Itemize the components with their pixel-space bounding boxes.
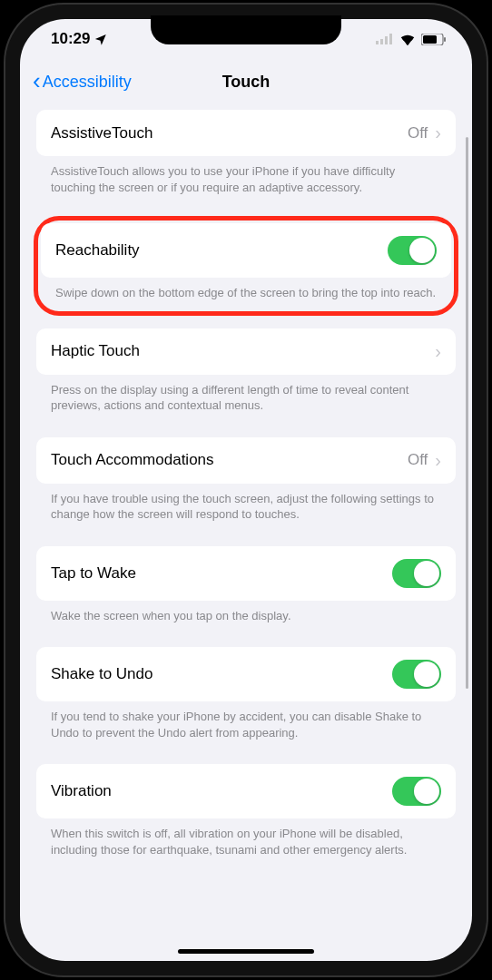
row-label: Vibration (51, 782, 112, 800)
phone-frame: 10:29 ‹ Accessibility (5, 5, 487, 975)
svg-rect-1 (380, 39, 383, 44)
home-indicator[interactable] (178, 949, 314, 954)
svg-rect-5 (423, 35, 437, 44)
scroll-indicator (466, 137, 468, 689)
cellular-icon (376, 34, 394, 44)
row-reachability[interactable]: Reachability (41, 223, 451, 278)
back-button[interactable]: ‹ Accessibility (33, 71, 132, 93)
row-label: Haptic Touch (51, 342, 140, 360)
toggle-vibration[interactable] (392, 777, 441, 806)
footer-text: When this switch is off, all vibration o… (36, 818, 456, 874)
row-label: Tap to Wake (51, 564, 136, 583)
group-accommodations: Touch Accommodations Off › If you have t… (36, 437, 456, 539)
svg-rect-0 (376, 41, 379, 44)
group-vibration: Vibration When this switch is off, all v… (36, 764, 456, 874)
row-touch-accommodations[interactable]: Touch Accommodations Off › (36, 437, 456, 484)
footer-text: Wake the screen when you tap on the disp… (36, 601, 456, 641)
row-label: Reachability (55, 241, 140, 260)
toggle-reachability[interactable] (388, 236, 437, 265)
svg-rect-2 (385, 36, 388, 44)
location-icon (93, 33, 107, 46)
chevron-left-icon: ‹ (33, 69, 41, 93)
status-bar: 10:29 (20, 19, 472, 59)
row-label: Shake to Undo (51, 665, 153, 683)
page-title: Touch (222, 73, 271, 92)
settings-content[interactable]: AssistiveTouch Off › AssistiveTouch allo… (20, 104, 472, 961)
svg-rect-6 (444, 37, 446, 42)
chevron-right-icon: › (435, 450, 441, 471)
row-label: AssistiveTouch (51, 124, 153, 142)
highlight-annotation: Reachability Swipe down on the bottom ed… (34, 216, 458, 316)
svg-rect-3 (389, 34, 392, 44)
row-value: Off (408, 124, 428, 142)
status-time: 10:29 (51, 30, 90, 48)
toggle-shake-to-undo[interactable] (392, 660, 441, 689)
chevron-right-icon: › (435, 341, 441, 362)
group-tapwake: Tap to Wake Wake the screen when you tap… (36, 546, 456, 641)
row-shake-to-undo[interactable]: Shake to Undo (36, 647, 456, 701)
row-label: Touch Accommodations (51, 451, 214, 469)
wifi-icon (399, 34, 416, 45)
footer-text: Press on the display using a different l… (36, 375, 456, 430)
back-label: Accessibility (43, 73, 132, 92)
group-haptic: Haptic Touch › Press on the display usin… (36, 328, 456, 430)
row-value: Off (408, 451, 428, 469)
toggle-knob (414, 561, 439, 586)
row-assistivetouch[interactable]: AssistiveTouch Off › (36, 110, 456, 156)
row-tap-to-wake[interactable]: Tap to Wake (36, 546, 456, 601)
footer-text: If you tend to shake your iPhone by acci… (36, 701, 456, 757)
toggle-knob (414, 662, 439, 687)
row-vibration[interactable]: Vibration (36, 764, 456, 818)
row-haptic-touch[interactable]: Haptic Touch › (36, 328, 456, 375)
footer-text: If you have trouble using the touch scre… (36, 484, 456, 539)
screen: 10:29 ‹ Accessibility (20, 19, 472, 961)
toggle-tap-to-wake[interactable] (392, 559, 441, 588)
chevron-right-icon: › (435, 122, 441, 143)
battery-icon (421, 34, 447, 45)
nav-bar: ‹ Accessibility Touch (20, 59, 472, 104)
footer-text: AssistiveTouch allows you to use your iP… (36, 156, 456, 211)
toggle-knob (414, 779, 439, 804)
group-shake: Shake to Undo If you tend to shake your … (36, 647, 456, 757)
toggle-knob (409, 238, 435, 263)
group-assistivetouch: AssistiveTouch Off › AssistiveTouch allo… (36, 110, 456, 211)
footer-text: Swipe down on the bottom edge of the scr… (41, 278, 451, 309)
